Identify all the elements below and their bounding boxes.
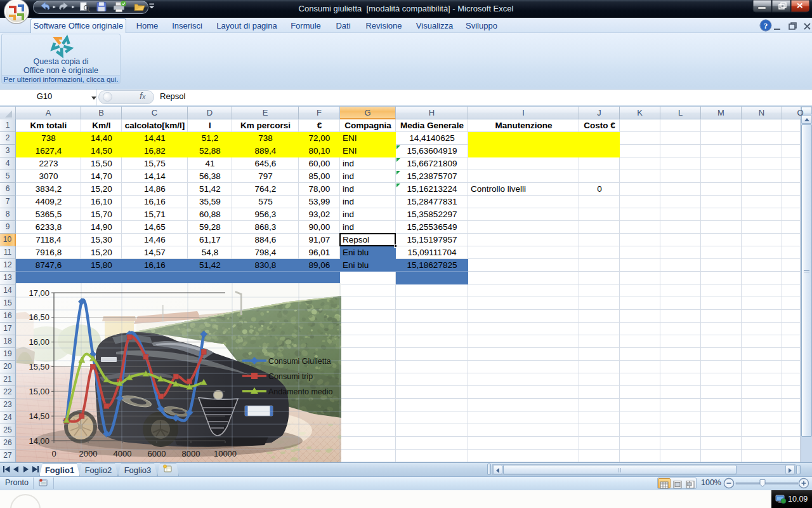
svg-text:?: ? <box>764 21 768 30</box>
svg-text:15,00: 15,00 <box>29 387 49 396</box>
svg-text:Andamento medio: Andamento medio <box>268 387 333 396</box>
svg-text:14,00: 14,00 <box>29 436 49 446</box>
svg-text:15,50: 15,50 <box>29 362 49 371</box>
svg-text:4000: 4000 <box>114 449 132 458</box>
svg-text:14,50: 14,50 <box>29 411 49 421</box>
svg-text:17,00: 17,00 <box>29 288 49 298</box>
svg-text:6000: 6000 <box>148 449 166 458</box>
svg-text:8000: 8000 <box>182 449 200 458</box>
svg-text:0: 0 <box>51 449 56 458</box>
svg-text:16,50: 16,50 <box>29 312 49 322</box>
svg-text:16,00: 16,00 <box>29 337 49 347</box>
svg-text:Consumi trip: Consumi trip <box>268 372 313 381</box>
svg-text:10000: 10000 <box>214 449 237 458</box>
svg-text:Consumi Giulietta: Consumi Giulietta <box>268 357 331 366</box>
svg-text:2000: 2000 <box>79 449 98 458</box>
